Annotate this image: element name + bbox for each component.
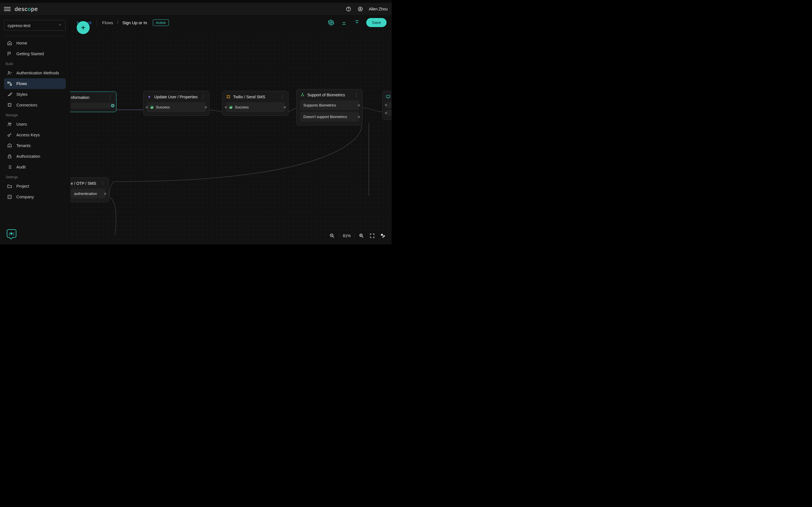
download-icon[interactable] [340,19,348,26]
user-avatar-icon[interactable] [357,6,364,12]
sidebar-item-label: Flows [16,81,27,86]
sidebar-item-getting-started[interactable]: Getting Started [4,48,66,59]
node-menu-icon[interactable]: ⋮ [354,92,359,98]
flow-node-otp-sms[interactable]: e / OTP / SMS ⋮ authentication [70,177,109,202]
sidebar-item-auth-methods[interactable]: Authentication Methods [4,68,66,78]
svg-point-4 [8,71,10,73]
node-title: Update User / Properties [154,95,198,99]
flow-icon [7,81,12,87]
sidebar-item-company[interactable]: Company [4,191,66,202]
sidebar-item-flows[interactable]: Flows [4,78,66,89]
port-icon[interactable] [205,106,207,108]
success-icon [229,106,233,109]
menu-icon[interactable] [4,6,11,12]
zoom-in-icon[interactable] [358,232,365,239]
canvas-grid[interactable] [70,30,392,244]
svg-rect-16 [387,95,390,98]
svg-point-1 [348,10,349,10]
svg-rect-5 [8,82,9,83]
sidebar-item-connectors[interactable]: Connectors [4,100,66,110]
node-output[interactable]: Success [147,102,206,112]
node-menu-icon[interactable]: ⋮ [201,94,206,100]
sidebar-item-label: Home [16,41,28,45]
layout-icon[interactable] [379,232,387,239]
node-menu-icon[interactable]: ⋮ [100,180,105,186]
node-output[interactable] [71,103,113,108]
sidebar-item-label: Audit [16,165,26,169]
svg-point-13 [301,95,302,96]
port-icon[interactable] [385,104,387,106]
project-name: cypress-test [8,23,58,28]
flow-node-update-user[interactable]: Update User / Properties ⋮ Success [143,91,209,116]
node-menu-icon[interactable]: ⋮ [280,94,285,100]
sidebar-item-access-keys[interactable]: Access Keys [4,129,66,140]
node-output[interactable]: authentication [71,189,105,199]
app-bar: descope Allen Zhou [0,3,392,15]
node-menu-icon[interactable]: ⋮ [108,95,113,100]
sidebar-item-label: Users [16,122,27,126]
success-icon [150,106,154,109]
node-output[interactable] [386,110,392,116]
port-icon[interactable] [104,193,106,195]
sidebar-item-label: Authorization [16,154,40,159]
sidebar-item-project[interactable]: Project [4,181,66,191]
sidebar-group-label: Settings [4,172,66,181]
zoom-controls: 81% [328,232,387,239]
port-icon[interactable] [385,112,387,114]
sidebar-item-label: Authentication Methods [16,71,59,75]
port-icon[interactable] [225,106,227,108]
upload-icon[interactable] [353,19,361,26]
port-icon[interactable] [146,106,148,108]
home-icon [7,40,12,46]
sidebar-item-label: Access Keys [16,133,40,137]
port-icon[interactable] [284,106,286,108]
flow-node-information[interactable]: nformation ⋮ [70,92,116,112]
sidebar-item-tenants[interactable]: Tenants [4,140,66,151]
flow-node-biometrics[interactable]: Support of Biometrics ⋮ Supports Biometr… [296,89,363,125]
sidebar-group-label: Manage [4,110,66,119]
project-select[interactable]: cypress-test [4,20,66,31]
svg-rect-21 [382,237,384,237]
building-icon [7,143,12,149]
node-output[interactable]: Supports Biometrics [300,100,359,110]
breadcrumb-separator: / [117,20,118,25]
flow-node-right-clipped[interactable]: N [382,91,392,120]
sidebar-item-authorization[interactable]: Authorization [4,151,66,162]
logo: descope [15,6,38,12]
sidebar-item-home[interactable]: Home [4,38,66,48]
flow-node-twilio-sms[interactable]: Twilio / Send SMS ⋮ Success [222,91,289,116]
svg-point-8 [10,123,11,124]
key-icon [7,132,12,138]
users-icon [7,121,12,127]
node-output[interactable]: Success [226,102,285,112]
add-node-button[interactable]: + [77,21,90,34]
sidebar-item-styles[interactable]: Styles [4,89,66,100]
port-icon[interactable] [112,105,114,107]
breadcrumb-flows[interactable]: Flows [102,20,113,25]
svg-rect-20 [384,235,385,237]
node-output[interactable]: Doesn't support Biometrics [300,112,359,122]
user-name[interactable]: Allen Zhou [369,7,388,11]
node-output[interactable] [386,102,392,108]
breadcrumb-current: Sign Up or In [122,20,147,25]
bolt-icon [147,94,152,100]
zoom-level: 81% [343,233,351,238]
sidebar-item-label: Connectors [16,103,37,107]
svg-rect-6 [10,84,11,86]
flow-canvas: Back Flows / Sign Up or In Active Save [70,15,392,244]
sidebar-item-label: Project [16,184,29,188]
fit-screen-icon[interactable] [368,232,376,239]
port-icon[interactable] [358,104,360,107]
settings-icon[interactable] [327,19,335,26]
flag-icon [7,51,12,57]
brush-icon [7,92,12,97]
port-icon[interactable] [358,116,360,118]
zoom-out-icon[interactable] [328,232,336,239]
company-icon [7,194,12,200]
sidebar-item-users[interactable]: Users [4,119,66,129]
save-button[interactable]: Save [366,18,387,27]
sidebar-item-audit[interactable]: Audit [4,162,66,172]
help-icon[interactable] [345,6,352,12]
chat-widget[interactable]: {✱} [7,229,16,238]
branch-icon [300,93,305,98]
